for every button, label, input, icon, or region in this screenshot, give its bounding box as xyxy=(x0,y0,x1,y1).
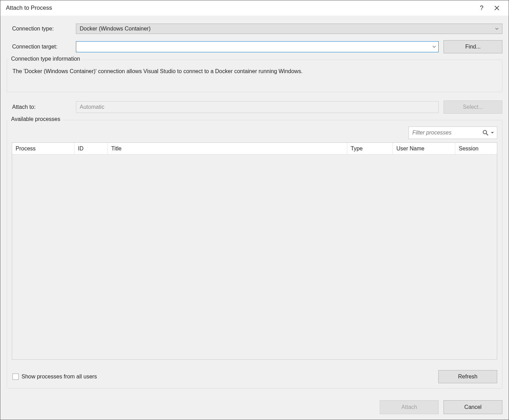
connection-type-select[interactable]: Docker (Windows Container) xyxy=(76,24,502,34)
connection-target-input[interactable] xyxy=(78,42,430,52)
attach-to-value: Automatic xyxy=(76,101,439,113)
col-type[interactable]: Type xyxy=(347,143,393,154)
available-processes-group: Available processes Process ID Title xyxy=(7,120,502,388)
show-all-users-row: Show processes from all users xyxy=(12,374,97,380)
attach-to-process-dialog: Attach to Process ? Connection type: Doc… xyxy=(0,0,509,420)
dialog-content: Connection type: Docker (Windows Contain… xyxy=(0,16,509,420)
close-button[interactable] xyxy=(489,1,504,15)
attach-to-row: Attach to: Automatic Select... xyxy=(7,100,502,114)
attach-to-label: Attach to: xyxy=(7,104,76,110)
attach-button: Attach xyxy=(380,400,439,414)
connection-target-row: Connection target: Find... xyxy=(7,40,502,53)
table-body xyxy=(12,155,497,359)
filter-processes-input[interactable] xyxy=(412,130,482,136)
col-user-name[interactable]: User Name xyxy=(393,143,455,154)
info-legend: Connection type information xyxy=(9,56,82,62)
chevron-down-icon xyxy=(495,28,499,30)
connection-type-value: Docker (Windows Container) xyxy=(80,26,151,32)
filter-dropdown-arrow[interactable] xyxy=(490,130,495,135)
connection-target-dropdown[interactable] xyxy=(430,42,438,52)
cancel-button[interactable]: Cancel xyxy=(444,400,502,414)
col-process[interactable]: Process xyxy=(12,143,74,154)
col-id[interactable]: ID xyxy=(74,143,108,154)
col-title[interactable]: Title xyxy=(108,143,347,154)
window-title: Attach to Process xyxy=(6,5,52,11)
info-text: The 'Docker (Windows Container)' connect… xyxy=(12,68,497,75)
close-icon xyxy=(494,6,499,10)
filter-processes-box[interactable] xyxy=(409,126,497,139)
processes-table[interactable]: Process ID Title Type User Name Session xyxy=(12,142,497,360)
search-icon xyxy=(482,129,489,137)
table-header: Process ID Title Type User Name Session xyxy=(12,143,497,155)
dialog-footer: Attach Cancel xyxy=(7,400,502,414)
select-button: Select... xyxy=(444,100,502,114)
connection-type-row: Connection type: Docker (Windows Contain… xyxy=(7,24,502,34)
connection-type-info-group: Connection type information The 'Docker … xyxy=(7,60,502,92)
refresh-button[interactable]: Refresh xyxy=(438,370,497,383)
chevron-down-icon xyxy=(432,46,436,48)
help-button[interactable]: ? xyxy=(474,1,489,15)
chevron-down-icon xyxy=(491,132,494,134)
procs-legend: Available processes xyxy=(9,116,62,122)
col-session[interactable]: Session xyxy=(455,143,497,154)
connection-target-combo[interactable] xyxy=(76,41,439,52)
connection-target-label: Connection target: xyxy=(7,44,76,50)
find-button[interactable]: Find... xyxy=(444,40,502,53)
show-all-users-label: Show processes from all users xyxy=(21,374,97,380)
connection-type-label: Connection type: xyxy=(7,26,76,32)
title-bar: Attach to Process ? xyxy=(0,0,509,16)
svg-point-0 xyxy=(483,130,486,134)
show-all-users-checkbox[interactable] xyxy=(12,374,19,380)
